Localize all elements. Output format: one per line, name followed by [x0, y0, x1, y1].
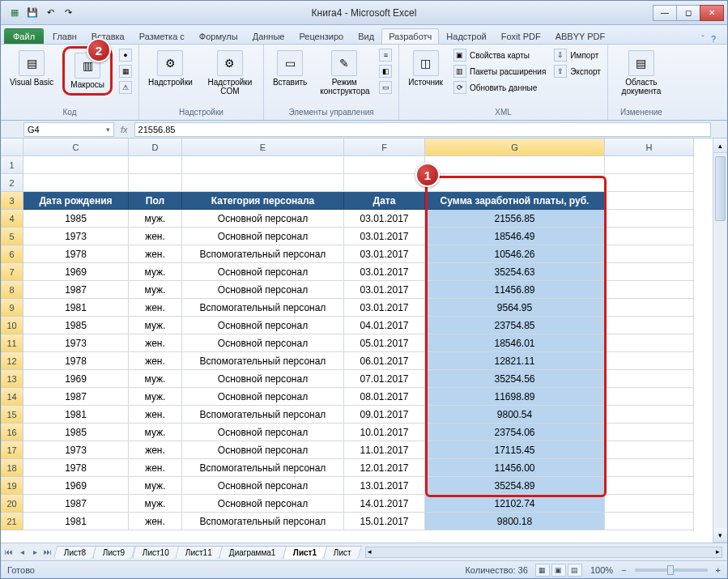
cell-category[interactable]: Основной персонал	[182, 441, 344, 459]
scroll-up-icon[interactable]: ▴	[713, 138, 727, 153]
cell-category[interactable]: Вспомогательный персонал	[182, 406, 344, 424]
cell-birth[interactable]: 1973	[23, 441, 129, 459]
cell-grid[interactable]: CDEFGH123Дата рожденияПолКатегория персо…	[1, 138, 713, 530]
cell-sum[interactable]: 18546.01	[425, 334, 605, 352]
relative-refs-button[interactable]: ▦	[117, 64, 134, 79]
tab-разметка с[interactable]: Разметка с	[132, 28, 192, 44]
cell-date[interactable]: 11.01.2017	[344, 441, 425, 459]
cell-category[interactable]: Вспомогательный персонал	[182, 245, 344, 263]
cell-date[interactable]: 03.01.2017	[344, 245, 425, 263]
cell-date[interactable]: 04.01.2017	[344, 317, 425, 334]
cell-birth[interactable]: 1978	[23, 352, 129, 370]
tab-вид[interactable]: Вид	[351, 28, 381, 44]
cell-sex[interactable]: жен.	[129, 459, 182, 477]
row-header-6[interactable]: 6	[1, 245, 23, 263]
map-properties-button[interactable]: ▣Свойства карты	[452, 48, 547, 62]
cell[interactable]	[605, 245, 694, 263]
row-header-5[interactable]: 5	[1, 228, 23, 245]
tab-формулы[interactable]: Формулы	[192, 28, 245, 44]
cell[interactable]	[605, 263, 694, 281]
cell-category[interactable]: Основной персонал	[182, 370, 344, 388]
cell-sex[interactable]: жен.	[129, 245, 182, 263]
cell-sum[interactable]: 35254.89	[425, 477, 605, 495]
cell-sum[interactable]: 12102.74	[425, 495, 605, 513]
cell-date[interactable]: 05.01.2017	[344, 334, 425, 352]
cell-sum[interactable]: 35254.63	[425, 263, 605, 281]
row-header-20[interactable]: 20	[1, 495, 23, 513]
cell-sex[interactable]: муж.	[129, 477, 182, 495]
cell-birth[interactable]: 1978	[23, 245, 129, 263]
cell[interactable]	[129, 174, 182, 192]
cell-sex[interactable]: жен.	[129, 334, 182, 352]
cell-birth[interactable]: 1981	[23, 406, 129, 424]
zoom-slider[interactable]	[635, 568, 708, 572]
cell[interactable]	[605, 495, 694, 513]
row-header-3[interactable]: 3	[1, 192, 23, 210]
cell[interactable]	[605, 156, 694, 174]
row-header-13[interactable]: 13	[1, 370, 23, 388]
refresh-data-button[interactable]: ⟳Обновить данные	[452, 80, 547, 95]
cell-birth[interactable]: 1985	[23, 317, 129, 334]
col-header-E[interactable]: E	[182, 138, 344, 156]
cell-category[interactable]: Основной персонал	[182, 263, 344, 281]
cell-sum[interactable]: 12821.11	[425, 352, 605, 370]
col-header-F[interactable]: F	[344, 138, 425, 156]
row-header-4[interactable]: 4	[1, 210, 23, 228]
cell[interactable]	[344, 174, 425, 192]
fx-icon[interactable]: fx	[121, 125, 128, 134]
cell-sum[interactable]: 17115.45	[425, 441, 605, 459]
minimize-button[interactable]: —	[653, 5, 677, 21]
scroll-down-icon[interactable]: ▾	[713, 528, 727, 543]
cell-sum[interactable]: 35254.56	[425, 370, 605, 388]
cell-birth[interactable]: 1987	[23, 388, 129, 406]
save-icon[interactable]: 💾	[25, 6, 40, 20]
cell-sum[interactable]: 21556.85	[425, 210, 605, 228]
row-header-19[interactable]: 19	[1, 477, 23, 495]
cell-sex[interactable]: муж.	[129, 388, 182, 406]
insert-control-button[interactable]: ▭Вставить	[269, 48, 311, 89]
cell[interactable]	[605, 406, 694, 424]
cell-sum[interactable]: 11456.00	[425, 459, 605, 477]
tab-abbyy pdf[interactable]: ABBYY PDF	[548, 28, 613, 44]
tab-разработч[interactable]: Разработч	[381, 28, 439, 44]
zoom-in-icon[interactable]: +	[716, 565, 721, 575]
cell[interactable]	[182, 156, 344, 174]
run-dialog-button[interactable]: ▭	[377, 80, 394, 95]
cell-category[interactable]: Вспомогательный персонал	[182, 513, 344, 530]
cell-sex[interactable]: муж.	[129, 317, 182, 334]
cell[interactable]	[23, 156, 129, 174]
cell[interactable]	[605, 174, 694, 192]
select-all-corner[interactable]	[1, 138, 23, 156]
cell[interactable]	[605, 228, 694, 245]
cell-sex[interactable]: жен.	[129, 352, 182, 370]
cell-date[interactable]: 08.01.2017	[344, 388, 425, 406]
cell-sex[interactable]: жен.	[129, 441, 182, 459]
zoom-out-icon[interactable]: −	[621, 565, 626, 575]
sheet-tab-Лист9[interactable]: Лист9	[92, 546, 136, 559]
cell-sum[interactable]: 23754.06	[425, 424, 605, 441]
normal-view-icon[interactable]: ▦	[535, 564, 550, 577]
cell[interactable]	[605, 210, 694, 228]
tab-file[interactable]: Файл	[4, 28, 44, 44]
cell-birth[interactable]: 1985	[23, 210, 129, 228]
properties-button[interactable]: ≡	[377, 48, 394, 62]
help-icon[interactable]: ?	[711, 34, 716, 44]
record-macro-button[interactable]: ●	[117, 48, 134, 62]
cell-sex[interactable]: муж.	[129, 210, 182, 228]
cell-birth[interactable]: 1985	[23, 424, 129, 441]
cell-sex[interactable]: муж.	[129, 263, 182, 281]
cell-birth[interactable]: 1981	[23, 513, 129, 530]
cell-sum[interactable]: 11698.89	[425, 388, 605, 406]
cell-sex[interactable]: муж.	[129, 424, 182, 441]
com-addins-button[interactable]: ⚙Надстройки COM	[202, 48, 258, 98]
col-header-D[interactable]: D	[129, 138, 182, 156]
cell-date[interactable]: 03.01.2017	[344, 281, 425, 299]
sheet-tab-Лист10[interactable]: Лист10	[131, 546, 179, 559]
cell[interactable]	[605, 317, 694, 334]
row-header-7[interactable]: 7	[1, 263, 23, 281]
sheet-next-icon[interactable]: ▸	[28, 547, 41, 556]
tab-рецензиро[interactable]: Рецензиро	[292, 28, 351, 44]
col-header-G[interactable]: G	[425, 138, 605, 156]
tab-главн[interactable]: Главн	[45, 28, 84, 44]
cell-date[interactable]: 03.01.2017	[344, 263, 425, 281]
